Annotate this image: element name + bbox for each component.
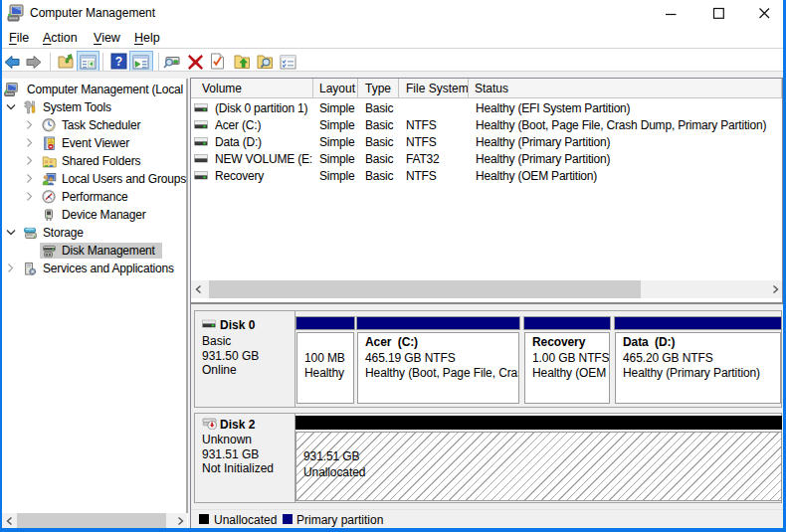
- svg-text:⚠: ⚠: [49, 138, 54, 144]
- svg-text:?: ?: [115, 55, 122, 69]
